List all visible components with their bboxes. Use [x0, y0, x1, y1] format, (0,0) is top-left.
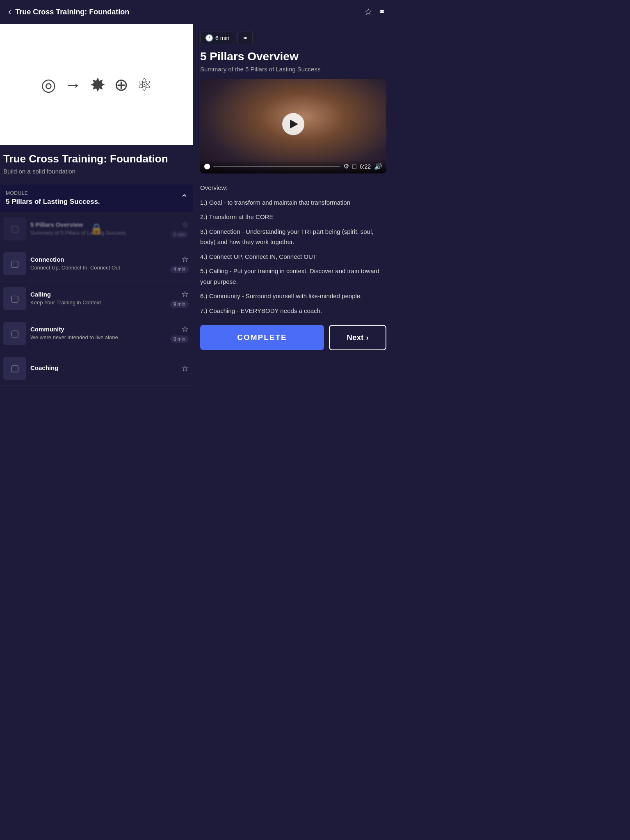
link-badge[interactable]: ⚭ [237, 32, 253, 44]
lesson-duration: 9 min [170, 301, 189, 308]
pillar-icon-3: ✸ [90, 74, 106, 96]
left-column: ◎ → ✸ ⊕ ⚛ True Cross Training: Foundatio… [0, 24, 193, 386]
action-row: COMPLETE Next › [200, 325, 386, 350]
lesson-right: ☆ 9 min [170, 289, 189, 308]
overview-label: Overview: [200, 183, 386, 193]
overview-item-3: 3.) Connection - Understanding your TRI-… [200, 226, 386, 247]
duration-badge: 🕐 6 min [200, 32, 234, 44]
overview-item-2: 2.) Transform at the CORE [200, 212, 386, 222]
badge-row: 🕐 6 min ⚭ [200, 32, 386, 44]
overview-item-7: 7.) Coaching - EVERYBODY needs a coach. [200, 306, 386, 316]
chevron-up-icon: ⌃ [180, 193, 188, 203]
lesson-info: Calling Keep Your Training in Context [30, 291, 166, 306]
lesson-thumb: ▢ [3, 322, 26, 345]
next-arrow-icon: › [366, 333, 368, 342]
overview-section: Overview: 1.) Goal - to transform and ma… [200, 183, 386, 316]
lesson-desc: Keep Your Training in Context [30, 299, 166, 306]
play-button[interactable] [282, 113, 304, 135]
progress-dot [204, 164, 210, 169]
header-icons: ☆ ⚭ [364, 7, 386, 17]
overview-item-4: 4.) Connect UP, Connect IN, Connect OUT [200, 251, 386, 262]
next-label: Next [347, 333, 363, 342]
lesson-thumb: ▢ [3, 252, 26, 275]
progress-bar[interactable] [213, 166, 340, 167]
lesson-info: Coaching [30, 364, 177, 372]
list-item[interactable]: ▢ Community We were never intended to li… [0, 316, 193, 351]
lesson-duration: 6 min [170, 231, 189, 238]
course-subtitle: Build on a solid foundation [3, 168, 189, 175]
video-controls: ⚙ □ 6:22 🔊 [200, 160, 386, 173]
pillar-icon-4: ⊕ [114, 75, 128, 95]
module-name: 5 Pillars of Lasting Success. [6, 198, 100, 206]
course-info: True Cross Training: Foundation Build on… [0, 145, 193, 180]
complete-button[interactable]: COMPLETE [200, 325, 324, 350]
back-button[interactable]: ‹ [8, 7, 11, 17]
header: ‹ True Cross Training: Foundation ☆ ⚭ [0, 0, 394, 24]
video-time: 6:22 [360, 163, 371, 170]
lesson-duration: 8 min [170, 336, 189, 343]
lesson-right: ☆ 6 min [170, 219, 189, 238]
clock-icon: 🕐 [205, 34, 213, 42]
settings-icon[interactable]: ⚙ [343, 162, 349, 170]
header-left: ‹ True Cross Training: Foundation [8, 7, 129, 17]
module-info: Module 5 Pillars of Lasting Success. [6, 190, 100, 206]
detail-summary: Summary of the 5 Pillars of Lasting Succ… [200, 66, 386, 73]
main-layout: ◎ → ✸ ⊕ ⚛ True Cross Training: Foundatio… [0, 24, 394, 393]
lesson-name: Connection [30, 256, 166, 263]
star-icon[interactable]: ☆ [181, 363, 189, 373]
lesson-right: ☆ 8 min [170, 324, 189, 343]
list-item[interactable]: ▢ Calling Keep Your Training in Context … [0, 281, 193, 316]
list-item[interactable]: ▢ Connection Connect Up, Connect In, Con… [0, 247, 193, 281]
video-icons: ⚙ □ [343, 162, 356, 170]
fullscreen-icon[interactable]: □ [352, 163, 356, 170]
module-label: Module [6, 190, 100, 196]
bookmark-icon[interactable]: ☆ [364, 7, 372, 17]
lesson-name: Community [30, 326, 166, 333]
course-title: True Cross Training: Foundation [3, 153, 189, 165]
lesson-info: Community We were never intended to live… [30, 326, 166, 341]
lesson-right: ☆ 4 min [170, 254, 189, 273]
list-item[interactable]: ▢ 5 Pillars Overview Summary of 5 Pillar… [0, 212, 193, 247]
star-icon[interactable]: ☆ [181, 289, 189, 299]
star-icon[interactable]: ☆ [181, 324, 189, 334]
lesson-name: Calling [30, 291, 166, 298]
lesson-desc: We were never intended to live alone [30, 334, 166, 341]
pillar-icon-5: ⚛ [137, 75, 152, 95]
overview-item-5: 5.) Calling - Put your training in conte… [200, 266, 386, 287]
lesson-right: ☆ [181, 363, 189, 373]
lesson-thumb: ▢ [3, 217, 26, 240]
next-button[interactable]: Next › [329, 325, 386, 350]
lesson-duration: 4 min [170, 266, 189, 273]
pillar-icon-2: → [64, 75, 82, 95]
star-icon[interactable]: ☆ [181, 254, 189, 264]
course-image: ◎ → ✸ ⊕ ⚛ [0, 24, 193, 145]
lock-icon: 🔒 [90, 223, 103, 235]
module-box[interactable]: Module 5 Pillars of Lasting Success. ⌃ [0, 185, 193, 212]
link-badge-icon: ⚭ [242, 34, 248, 42]
lesson-name: Coaching [30, 364, 177, 371]
duration-label: 6 min [215, 35, 229, 41]
list-item[interactable]: ▢ Coaching ☆ [0, 351, 193, 386]
volume-icon[interactable]: 🔊 [374, 162, 382, 170]
overview-item-6: 6.) Community - Surround yourself with l… [200, 291, 386, 301]
star-icon[interactable]: ☆ [181, 219, 189, 229]
lesson-thumb: ▢ [3, 287, 26, 310]
pillar-icon-1: ◎ [41, 75, 56, 95]
lesson-thumb: ▢ [3, 357, 26, 380]
overview-item-1: 1.) Goal - to transform and maintain tha… [200, 197, 386, 208]
detail-title: 5 Pillars Overview [200, 50, 386, 63]
header-title: True Cross Training: Foundation [15, 8, 129, 16]
lesson-info: Connection Connect Up, Connect In, Conne… [30, 256, 166, 272]
lesson-desc: Connect Up, Connect In, Connect Out [30, 264, 166, 272]
video-player[interactable]: ⚙ □ 6:22 🔊 [200, 79, 386, 173]
link-icon[interactable]: ⚭ [378, 7, 386, 17]
play-triangle [290, 120, 298, 129]
lesson-list: ▢ 5 Pillars Overview Summary of 5 Pillar… [0, 212, 193, 386]
right-column: 🕐 6 min ⚭ 5 Pillars Overview Summary of … [193, 24, 394, 393]
